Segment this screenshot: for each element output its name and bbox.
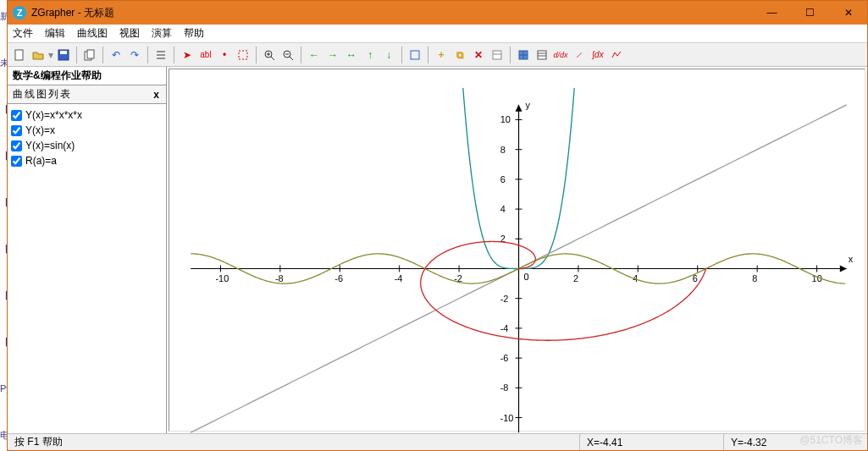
curve-list: Y(x)=x*x*x*x Y(x)=x Y(x)=sin(x) R(a)=a	[8, 104, 166, 433]
arrow-right-icon[interactable]: →	[324, 47, 341, 63]
svg-text:6: 6	[500, 174, 506, 184]
pointer-icon[interactable]: ➤	[179, 47, 196, 63]
delete-icon[interactable]: ✕	[470, 47, 487, 63]
menu-graph[interactable]: 曲线图	[77, 26, 108, 41]
curve-checkbox[interactable]	[11, 156, 22, 167]
svg-text:-6: -6	[334, 273, 343, 283]
undo-icon[interactable]: ↶	[108, 47, 124, 63]
chart[interactable]: xy-10-8-6-4-2246810-10-8-6-4-22468100	[171, 88, 866, 449]
zoom-in-icon[interactable]	[261, 47, 278, 63]
text-label-icon[interactable]: abl	[197, 47, 214, 63]
sidebar: 数学&编程作业帮助 曲线图列表 x Y(x)=x*x*x*x Y(x)=x Y(…	[8, 67, 167, 433]
curve-item[interactable]: Y(x)=x*x*x*x	[9, 107, 164, 123]
add2-icon[interactable]: ⧉	[451, 47, 468, 63]
frame-icon[interactable]	[406, 47, 423, 63]
svg-text:-4: -4	[395, 273, 403, 283]
svg-rect-4	[87, 50, 94, 58]
svg-line-10	[271, 57, 274, 60]
svg-rect-16	[411, 51, 419, 59]
tangent-icon[interactable]: ⟋	[571, 47, 588, 63]
sidebar-header-list: 曲线图列表 x	[8, 85, 166, 104]
curve-checkbox[interactable]	[11, 110, 22, 121]
arrow-down-icon[interactable]: ↓	[380, 47, 397, 63]
svg-text:10: 10	[500, 114, 511, 124]
minimize-button[interactable]: —	[753, 1, 791, 25]
list-icon[interactable]	[152, 47, 169, 63]
integral-icon[interactable]: ∫dx	[589, 47, 606, 63]
props-icon[interactable]	[489, 47, 506, 63]
trace-icon[interactable]	[608, 47, 625, 63]
toolbar: ▾ ↶ ↷ ➤ abl • ← → ↔ ↑ ↓ + ⧉ ✕ d/dx ⟋ ∫dx	[8, 43, 867, 67]
svg-text:-8: -8	[275, 273, 284, 283]
arrow-up-icon[interactable]: ↑	[362, 47, 379, 63]
menu-file[interactable]: 文件	[13, 26, 33, 41]
svg-line-14	[290, 57, 293, 60]
titlebar[interactable]: Z ZGrapher - 无标题 — ☐ ✕	[8, 1, 867, 25]
select-area-icon[interactable]	[235, 47, 252, 63]
svg-rect-0	[15, 50, 23, 60]
svg-rect-22	[538, 51, 546, 59]
svg-text:-8: -8	[500, 382, 509, 393]
svg-text:2: 2	[573, 273, 578, 283]
new-icon[interactable]	[11, 47, 28, 63]
menubar: 文件 编辑 曲线图 视图 演算 帮助	[8, 25, 867, 43]
curve-checkbox[interactable]	[11, 140, 22, 151]
maximize-button[interactable]: ☐	[791, 1, 829, 25]
svg-rect-17	[493, 51, 501, 59]
svg-text:0: 0	[523, 272, 528, 282]
point-icon[interactable]: •	[216, 47, 233, 63]
plot-pane[interactable]: xy-10-8-6-4-2246810-10-8-6-4-22468100	[169, 69, 865, 432]
curve-item[interactable]: R(a)=a	[9, 153, 164, 168]
svg-text:-2: -2	[500, 294, 509, 304]
svg-text:x: x	[849, 254, 854, 264]
window-title: ZGrapher - 无标题	[31, 6, 753, 20]
svg-text:-6: -6	[500, 353, 509, 363]
redo-icon[interactable]: ↷	[126, 47, 143, 63]
arrow-bi-icon[interactable]: ↔	[343, 47, 360, 63]
svg-text:-10: -10	[500, 413, 514, 423]
arrow-left-icon[interactable]: ←	[306, 47, 323, 63]
svg-text:4: 4	[500, 204, 506, 214]
menu-help[interactable]: 帮助	[184, 26, 204, 41]
add-icon[interactable]: +	[433, 47, 450, 63]
zoom-out-icon[interactable]	[279, 47, 296, 63]
svg-rect-2	[60, 51, 67, 54]
sidebar-close-icon[interactable]: x	[153, 89, 161, 101]
derivative-icon[interactable]: d/dx	[552, 47, 569, 63]
copy-icon[interactable]	[81, 47, 98, 63]
curve-item[interactable]: Y(x)=sin(x)	[9, 138, 164, 153]
menu-calc[interactable]: 演算	[152, 26, 172, 41]
svg-text:8: 8	[500, 145, 506, 155]
save-icon[interactable]	[55, 47, 72, 63]
grid-icon[interactable]	[515, 47, 532, 63]
ide-gutter: 新未【【【【【【Py电	[0, 0, 7, 451]
menu-edit[interactable]: 编辑	[45, 26, 65, 41]
curve-checkbox[interactable]	[11, 125, 22, 136]
svg-text:-4: -4	[500, 323, 509, 333]
main-window: Z ZGrapher - 无标题 — ☐ ✕ 文件 编辑 曲线图 视图 演算 帮…	[7, 0, 868, 451]
svg-text:-10: -10	[215, 273, 229, 283]
svg-rect-8	[239, 51, 247, 59]
app-logo-icon: Z	[13, 6, 26, 19]
curve-item[interactable]: Y(x)=x	[9, 123, 164, 138]
table-icon[interactable]	[534, 47, 550, 63]
close-button[interactable]: ✕	[829, 1, 867, 25]
sidebar-header-help: 数学&编程作业帮助	[8, 67, 166, 85]
svg-text:y: y	[525, 100, 530, 110]
open-icon[interactable]	[30, 47, 47, 63]
menu-view[interactable]: 视图	[119, 26, 140, 41]
svg-text:8: 8	[752, 273, 757, 283]
